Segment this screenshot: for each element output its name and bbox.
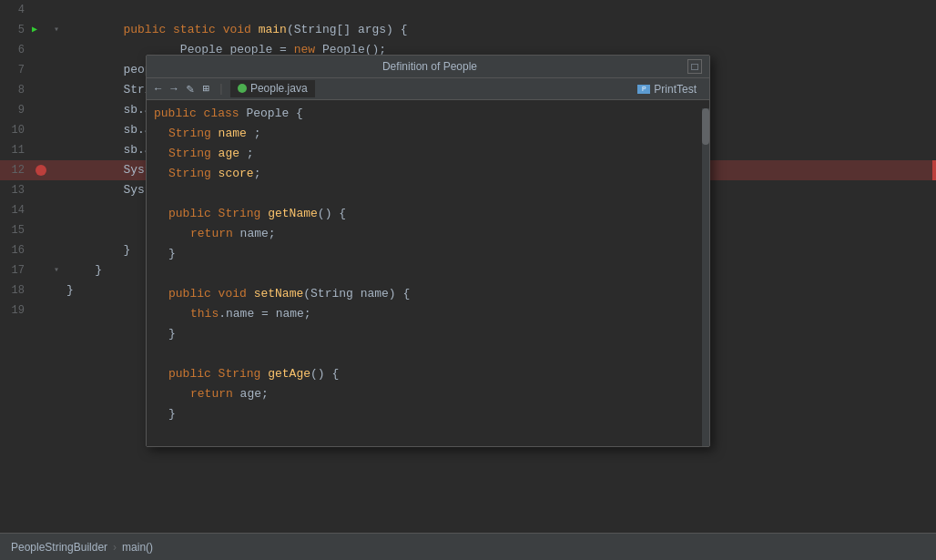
close-brace-2: } [168, 324, 176, 344]
line16-text: } [66, 243, 130, 257]
popup-title: Definition of People [172, 60, 687, 73]
getage-fn: getAge [268, 364, 310, 384]
java-tab-icon [238, 84, 247, 93]
pub-kw: public [154, 104, 204, 124]
fold-17[interactable]: ▾ [50, 260, 63, 280]
popup-line-9 [147, 264, 709, 284]
this-name: .name = name; [219, 304, 310, 324]
popup-line-15: return age; [147, 384, 709, 404]
fold-5[interactable]: ▾ [50, 20, 63, 40]
popup-line-14: public String getAge() { [147, 364, 709, 384]
status-bar: PeopleStringBuilder › main() [0, 533, 936, 560]
popup-line-2: String name ; [147, 124, 709, 144]
popup-close-button[interactable]: □ [687, 59, 702, 74]
age-field: age [219, 144, 247, 164]
line-number-15: 15 [0, 220, 32, 240]
string-kw-4: String [219, 204, 269, 224]
setage-fn: setAge [254, 444, 297, 446]
pub-kw-3: public [168, 284, 219, 304]
print-tab-icon: P [637, 85, 650, 94]
pub-kw-5: public [168, 444, 219, 446]
tab-people-java-label: People.java [250, 82, 308, 95]
pub-kw-2: public [168, 204, 219, 224]
pub-kw-4: public [168, 364, 219, 384]
class-kw: class [204, 104, 247, 124]
void-kw-2: void [219, 444, 254, 446]
line-number-18: 18 [0, 280, 32, 300]
tab-people-java[interactable]: People.java [230, 80, 315, 97]
close-brace-3: } [168, 404, 176, 424]
back-button[interactable]: ← [152, 82, 164, 97]
gutter-red-12 [932, 160, 936, 180]
popup-line-12: } [147, 324, 709, 344]
popup-line-5 [147, 184, 709, 204]
string-kw-1: String [168, 124, 219, 144]
getname-paren: () { [318, 204, 346, 224]
getage-paren: () { [310, 364, 339, 384]
line18-text: } [66, 283, 74, 297]
line-number-19: 19 [0, 300, 32, 321]
edit-button[interactable]: ✎ [183, 80, 196, 97]
line-number-8: 8 [0, 80, 32, 100]
name-field: name [219, 124, 254, 144]
popup-line-3: String age ; [147, 144, 709, 164]
return-name: name; [240, 224, 276, 244]
setage-paren: (String age) { [296, 444, 395, 446]
line-number-9: 9 [0, 100, 32, 120]
popup-scrollbar[interactable] [702, 108, 709, 446]
setname-paren: (String name) { [303, 284, 410, 304]
popup-line-1: public class People { [147, 104, 709, 124]
breadcrumb-file: PeopleStringBuilder [11, 541, 107, 554]
line17-text: } [66, 263, 102, 277]
void-kw-1: void [219, 284, 254, 304]
line-number-13: 13 [0, 180, 32, 200]
line-number-16: 16 [0, 240, 32, 260]
tab-print-test-label: PrintTest [654, 83, 697, 96]
close-brace-1: } [168, 244, 176, 264]
popup-line-13 [147, 344, 709, 364]
popup-title-bar: Definition of People □ [147, 56, 709, 78]
class-name: People { [246, 104, 302, 124]
popup-line-17 [147, 424, 709, 444]
find-button[interactable]: ⊞ [200, 81, 212, 97]
popup-scrollbar-thumb[interactable] [702, 108, 709, 145]
line-number-4: 4 [0, 0, 32, 20]
this-kw: this [190, 304, 219, 324]
string-kw-5: String [219, 364, 269, 384]
definition-popup: Definition of People □ ← → ✎ ⊞ | People.… [146, 55, 710, 447]
popup-toolbar: ← → ✎ ⊞ | People.java P PrintTest [147, 78, 709, 100]
line-number-14: 14 [0, 200, 32, 220]
line-number-17: 17 [0, 260, 32, 280]
popup-line-6: public String getName() { [147, 204, 709, 224]
return-age: age; [240, 384, 269, 404]
line-number-11: 11 [0, 140, 32, 160]
toolbar-separator: | [218, 82, 225, 96]
breakpoint-dot-12[interactable] [36, 165, 46, 176]
line-number-12: 12 [0, 160, 32, 180]
popup-line-18: public void setAge(String age) { [147, 444, 709, 446]
line-number-7: 7 [0, 60, 32, 80]
breadcrumb-separator: › [113, 541, 117, 554]
run-arrow-5: ▶ [32, 20, 50, 40]
popup-line-10: public void setName(String name) { [147, 284, 709, 304]
string-kw-3: String [168, 164, 219, 184]
breadcrumb-method: main() [122, 541, 153, 554]
popup-content: public class People { String name ; Stri… [147, 100, 709, 446]
tab-print-test[interactable]: P PrintTest [630, 81, 704, 97]
setname-fn: setName [254, 284, 304, 304]
line-number-10: 10 [0, 120, 32, 140]
line-number-6: 6 [0, 40, 32, 60]
return-kw-2: return [190, 384, 240, 404]
popup-line-8: } [147, 244, 709, 264]
forward-button[interactable]: → [168, 82, 179, 97]
getname-fn: getName [268, 204, 318, 224]
popup-line-16: } [147, 404, 709, 424]
line-number-5: 5 [0, 20, 32, 40]
popup-line-7: return name; [147, 224, 709, 244]
return-kw-1: return [190, 224, 240, 244]
score-field: score [219, 164, 254, 184]
popup-line-11: this.name = name; [147, 304, 709, 324]
popup-line-4: String score; [147, 164, 709, 184]
string-kw-2: String [168, 144, 219, 164]
